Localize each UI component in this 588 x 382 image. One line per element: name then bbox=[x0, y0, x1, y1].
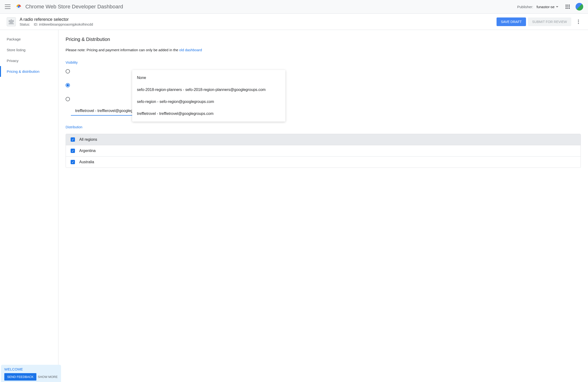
dropdown-option-none[interactable]: None bbox=[132, 72, 285, 84]
publisher-value: funastor-se bbox=[537, 5, 554, 9]
publisher-label: Publisher: bbox=[517, 5, 533, 9]
dropdown-option-3[interactable]: treffletrovel - treffletrovel@googlegrou… bbox=[132, 108, 285, 120]
puzzle-piece-icon bbox=[9, 19, 14, 24]
apps-grid-icon[interactable] bbox=[566, 4, 570, 9]
extension-subheader: A radio reference selector Status: ID: i… bbox=[0, 14, 588, 30]
send-feedback-button[interactable]: SEND FEEDBACK bbox=[4, 373, 36, 379]
extension-meta: Status: ID: imbkeeibioanppnoaomjpkokolhi… bbox=[20, 22, 495, 26]
visibility-radio-2[interactable] bbox=[66, 83, 70, 87]
region-label: Australia bbox=[79, 160, 94, 164]
publisher-dropdown[interactable]: funastor-se bbox=[537, 5, 558, 9]
chrome-logo-icon bbox=[15, 3, 22, 10]
region-row-argentina: ✓ Argentina bbox=[66, 145, 581, 157]
region-row-australia: ✓ Australia bbox=[66, 157, 581, 168]
region-row-all: ✓ All regions bbox=[66, 134, 581, 145]
sidebar-item-store-listing[interactable]: Store listing bbox=[0, 44, 58, 55]
region-label: Argentina bbox=[79, 149, 96, 153]
feedback-widget: WELCOME SEND FEEDBACK SHOW MORE bbox=[1, 365, 61, 379]
submit-review-button[interactable]: SUBMIT FOR REVIEW bbox=[528, 18, 571, 26]
feedback-title: WELCOME bbox=[4, 367, 58, 371]
hamburger-menu-icon[interactable] bbox=[5, 4, 11, 9]
main-content: Pricing & Distribution Please note: Pric… bbox=[58, 30, 588, 379]
svg-point-1 bbox=[18, 5, 20, 8]
sidebar-item-privacy[interactable]: Privacy bbox=[0, 55, 58, 66]
visibility-radio-1[interactable] bbox=[66, 69, 70, 74]
header: Chrome Web Store Developer Dashboard Pub… bbox=[0, 0, 588, 14]
pricing-note: Please note: Pricing and payment informa… bbox=[66, 48, 581, 52]
dropdown-arrow-icon bbox=[556, 6, 558, 7]
region-checkbox-all[interactable]: ✓ bbox=[71, 137, 75, 142]
visibility-section-label: Visibility bbox=[66, 60, 581, 64]
header-title: Chrome Web Store Developer Dashboard bbox=[25, 4, 517, 10]
region-label: All regions bbox=[79, 137, 97, 142]
sidebar-item-pricing[interactable]: Pricing & distribution bbox=[0, 66, 58, 77]
dropdown-option-2[interactable]: sefo-region - sefo-region@googlegroups.c… bbox=[132, 96, 285, 108]
distribution-section-label: Distribution bbox=[66, 125, 581, 129]
sidebar: Package Store listing Privacy Pricing & … bbox=[0, 30, 58, 379]
dropdown-option-1[interactable]: sefo-2018-region-planners - sefo-2018-re… bbox=[132, 84, 285, 96]
avatar[interactable] bbox=[576, 3, 583, 11]
distribution-table: ✓ All regions ✓ Argentina ✓ Australia bbox=[66, 134, 581, 168]
visibility-radio-3[interactable] bbox=[66, 97, 70, 101]
extension-icon bbox=[7, 17, 16, 26]
sidebar-item-package[interactable]: Package bbox=[0, 34, 58, 44]
region-checkbox-argentina[interactable]: ✓ bbox=[71, 149, 75, 153]
show-more-link[interactable]: SHOW MORE bbox=[38, 375, 58, 379]
page-title: Pricing & Distribution bbox=[66, 37, 581, 42]
extension-name: A radio reference selector bbox=[20, 17, 495, 22]
dropdown-menu: None sefo-2018-region-planners - sefo-20… bbox=[132, 70, 285, 121]
save-draft-button[interactable]: SAVE DRAFT bbox=[497, 18, 526, 26]
old-dashboard-link[interactable]: old dashboard bbox=[179, 48, 202, 52]
region-checkbox-australia[interactable]: ✓ bbox=[71, 160, 75, 164]
more-options-icon[interactable] bbox=[576, 19, 581, 25]
